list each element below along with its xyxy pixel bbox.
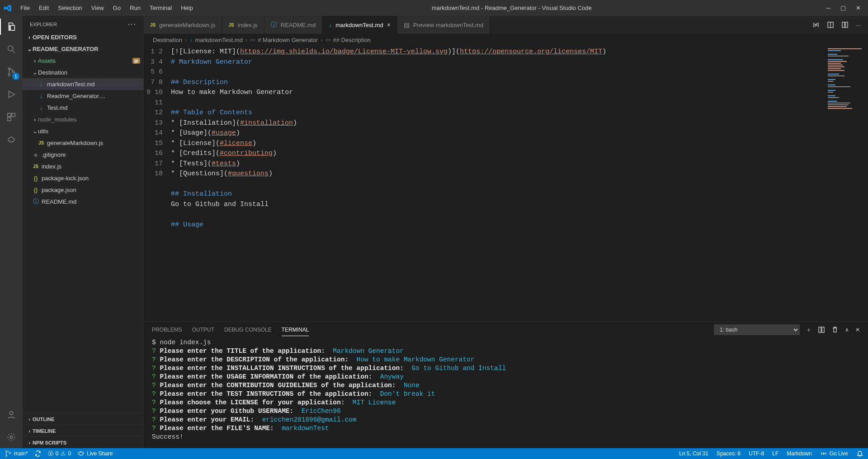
eol[interactable]: LF (772, 450, 778, 457)
new-terminal-icon[interactable]: ＋ (806, 326, 811, 334)
terminal-select[interactable]: 1: bash (714, 324, 800, 335)
menu-edit[interactable]: Edit (35, 2, 53, 14)
menu-view[interactable]: View (87, 2, 108, 14)
indentation[interactable]: Spaces: 6 (717, 450, 741, 457)
open-preview-icon[interactable] (827, 21, 834, 29)
outline-section[interactable]: ›OUTLINE (23, 413, 144, 425)
folder-assets[interactable]: ›Assetsgi (23, 55, 144, 66)
file-package-lock[interactable]: {}package-lock.json (23, 172, 144, 184)
statusbar: main* ⓧ 0 ⚠ 0 Live Share Ln 5, Col 31 Sp… (0, 448, 868, 459)
tab-markdowntest[interactable]: ↓markdownTest.md× (322, 16, 397, 34)
sidebar-title: EXPLORER (30, 22, 57, 27)
live-share-icon[interactable] (5, 133, 18, 146)
tab-readme[interactable]: ⓘREADME.md (264, 16, 322, 34)
breadcrumbs[interactable]: Destination› ↓markdownTest.md› ▭# Markdo… (144, 34, 868, 46)
search-icon[interactable] (5, 43, 18, 56)
npm-scripts-section[interactable]: ›NPM SCRIPTS (23, 436, 144, 448)
file-readme-gen[interactable]: ↓Readme_Generator.... (23, 90, 144, 102)
sidebar-header: EXPLORER ··· (23, 16, 144, 31)
split-terminal-icon[interactable] (818, 326, 825, 333)
file-index-js[interactable]: JSindex.js (23, 160, 144, 172)
menu-terminal[interactable]: Terminal (146, 2, 176, 14)
svg-rect-13 (822, 327, 824, 333)
menu-file[interactable]: File (16, 2, 34, 14)
file-test-md[interactable]: ↓Test.md (23, 102, 144, 113)
svg-rect-6 (8, 117, 11, 121)
svg-rect-5 (12, 113, 15, 117)
folder-destination[interactable]: ⌄Destination (23, 66, 144, 78)
svg-rect-11 (845, 22, 848, 28)
svg-point-7 (9, 412, 13, 415)
settings-gear-icon[interactable] (5, 431, 18, 444)
file-package-json[interactable]: {}package.json (23, 184, 144, 196)
timeline-section[interactable]: ›TIMELINE (23, 425, 144, 436)
sidebar: EXPLORER ··· ›OPEN EDITORS ⌄README_GENER… (23, 16, 144, 448)
tab-generate-markdown[interactable]: JSgenerateMarkdown.js (144, 16, 222, 34)
root-section[interactable]: ⌄README_GENERATOR (23, 43, 144, 55)
more-icon[interactable]: ··· (128, 20, 137, 28)
maximize-panel-icon[interactable]: ∧ (845, 327, 849, 333)
tab-index-js[interactable]: JSindex.js (222, 16, 264, 34)
source-control-icon[interactable]: 1 (5, 66, 18, 78)
open-editors-section[interactable]: ›OPEN EDITORS (23, 31, 144, 43)
svg-point-2 (8, 74, 10, 76)
notifications-icon[interactable] (856, 450, 863, 457)
panel-tab-output[interactable]: OUTPUT (192, 324, 214, 336)
svg-rect-4 (8, 113, 11, 117)
run-debug-icon[interactable] (5, 88, 18, 101)
split-editor-icon[interactable] (841, 21, 849, 29)
editor[interactable]: 1 2 3 4 5 6 7 8 9 10 11 12 13 14 15 16 1… (144, 46, 868, 322)
svg-point-16 (9, 452, 10, 454)
titlebar: File Edit Selection View Go Run Terminal… (0, 0, 868, 16)
menu-selection[interactable]: Selection (54, 2, 86, 14)
sync-indicator[interactable] (34, 450, 42, 457)
live-share-status[interactable]: Live Share (77, 450, 113, 457)
maximize-icon[interactable]: ▢ (840, 5, 846, 11)
file-readme[interactable]: ⓘREADME.md (23, 196, 144, 207)
problems-indicator[interactable]: ⓧ 0 ⚠ 0 (48, 450, 71, 458)
svg-point-0 (8, 46, 13, 51)
folder-node-modules[interactable]: ›node_modules (23, 113, 144, 125)
svg-rect-10 (842, 22, 844, 28)
panel-tab-terminal[interactable]: TERMINAL (282, 324, 309, 336)
minimize-icon[interactable]: ─ (826, 5, 830, 11)
panel-tab-debug[interactable]: DEBUG CONSOLE (224, 324, 272, 336)
activity-bar: 1 (0, 16, 23, 448)
svg-point-15 (5, 455, 7, 456)
compare-icon[interactable] (812, 21, 820, 29)
go-live[interactable]: Go Live (820, 450, 848, 457)
gitignore-badge: gi (132, 58, 140, 64)
file-generate-markdown[interactable]: JSgenerateMarkdown.js (23, 137, 144, 149)
menu-help[interactable]: Help (177, 2, 197, 14)
close-window-icon[interactable]: ✕ (856, 5, 861, 11)
explorer-icon[interactable] (5, 20, 18, 33)
trash-icon[interactable] (831, 326, 839, 333)
menubar: File Edit Selection View Go Run Terminal… (16, 2, 197, 14)
window-title: markdownTest.md - Readme_Generator - Vis… (197, 5, 826, 11)
scm-badge: 1 (12, 73, 19, 80)
editor-tabs: JSgenerateMarkdown.js JSindex.js ⓘREADME… (144, 16, 868, 34)
tab-preview[interactable]: ▤Preview markdownTest.md (397, 16, 490, 34)
menu-go[interactable]: Go (109, 2, 125, 14)
svg-point-1 (8, 68, 10, 70)
file-markdowntest[interactable]: ↓markdownTest.md (23, 78, 144, 90)
encoding[interactable]: UTF-8 (749, 450, 764, 457)
terminal[interactable]: $ node index.js ? Please enter the TITLE… (144, 337, 868, 448)
cursor-position[interactable]: Ln 5, Col 31 (679, 450, 708, 457)
extensions-icon[interactable] (5, 111, 18, 123)
svg-point-17 (823, 453, 825, 454)
close-panel-icon[interactable]: ✕ (855, 327, 860, 333)
language-mode[interactable]: Markdown (787, 450, 811, 457)
folder-utils[interactable]: ⌄utils (23, 125, 144, 137)
menu-run[interactable]: Run (126, 2, 145, 14)
panel-tab-problems[interactable]: PROBLEMS (152, 324, 182, 336)
file-gitignore[interactable]: ◈.gitignore (23, 149, 144, 160)
accounts-icon[interactable] (5, 408, 18, 421)
vscode-logo-icon (4, 4, 12, 12)
code[interactable]: [![License: MIT](https://img.shields.io/… (171, 46, 825, 322)
branch-indicator[interactable]: main* (5, 450, 28, 457)
minimap[interactable] (825, 46, 868, 322)
close-tab-icon[interactable]: × (387, 21, 391, 28)
more-actions-icon[interactable]: ··· (856, 22, 861, 28)
svg-point-8 (10, 436, 13, 439)
